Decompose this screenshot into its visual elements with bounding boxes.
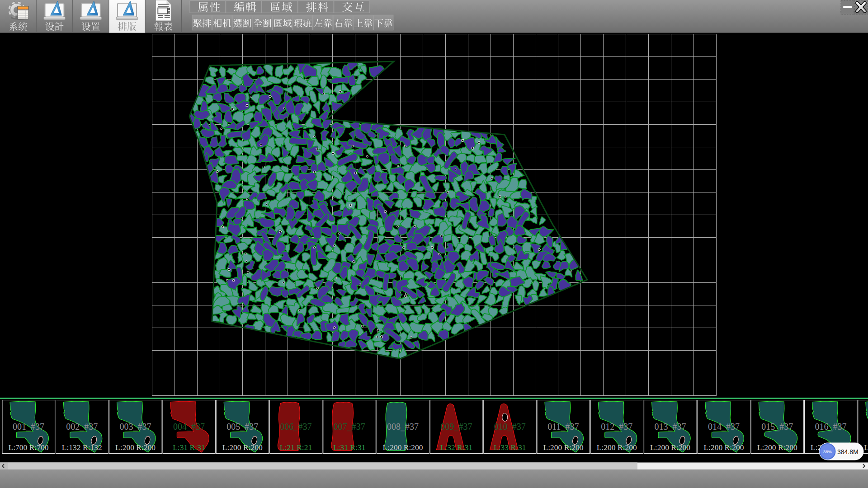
- svg-text:014_#37: 014_#37: [708, 422, 740, 432]
- svg-text:010_#37: 010_#37: [494, 422, 526, 432]
- svg-text:L:31 R:31: L:31 R:31: [173, 443, 205, 452]
- svg-text:004_#37: 004_#37: [173, 422, 205, 432]
- svg-text:L:200 R:200: L:200 R:200: [650, 443, 690, 452]
- svg-text:L:31 R:31: L:31 R:31: [333, 443, 365, 452]
- svg-text:002_#37: 002_#37: [66, 422, 98, 432]
- svg-text:001_#37: 001_#37: [13, 422, 44, 432]
- svg-text:L:700 R:700: L:700 R:700: [9, 443, 49, 452]
- svg-text:L:200 R:200: L:200 R:200: [383, 443, 423, 452]
- svg-text:L:33 R:31: L:33 R:31: [494, 443, 526, 452]
- svg-text:003_#37: 003_#37: [120, 422, 151, 432]
- svg-text:012_#37: 012_#37: [601, 422, 632, 432]
- svg-text:L:200 R:200: L:200 R:200: [864, 443, 868, 452]
- svg-text:L:200 R:200: L:200 R:200: [222, 443, 263, 452]
- svg-text:008_#37: 008_#37: [387, 422, 419, 432]
- svg-text:L:200 R:200: L:200 R:200: [757, 443, 797, 452]
- svg-text:L:132 R:132: L:132 R:132: [62, 443, 102, 452]
- svg-text:L:200 R:200: L:200 R:200: [115, 443, 156, 452]
- svg-text:006_#37: 006_#37: [280, 422, 312, 432]
- svg-text:L:32 R:31: L:32 R:31: [440, 443, 472, 452]
- svg-text:015_#37: 015_#37: [761, 422, 793, 432]
- svg-text:L:200 R:200: L:200 R:200: [597, 443, 637, 452]
- svg-text:013_#37: 013_#37: [655, 422, 686, 432]
- svg-text:005_#37: 005_#37: [226, 422, 258, 432]
- svg-text:L:200 R:200: L:200 R:200: [543, 443, 584, 452]
- svg-text:L:21 R:21: L:21 R:21: [280, 443, 312, 452]
- svg-text:007_#37: 007_#37: [334, 422, 365, 432]
- svg-text:016_#37: 016_#37: [815, 422, 847, 432]
- svg-text:011_#37: 011_#37: [547, 422, 579, 432]
- svg-text:009_#37: 009_#37: [440, 422, 472, 432]
- svg-text:384.8M: 384.8M: [837, 448, 859, 455]
- svg-text:38%: 38%: [823, 449, 832, 454]
- svg-text:L:200 R:200: L:200 R:200: [703, 443, 744, 452]
